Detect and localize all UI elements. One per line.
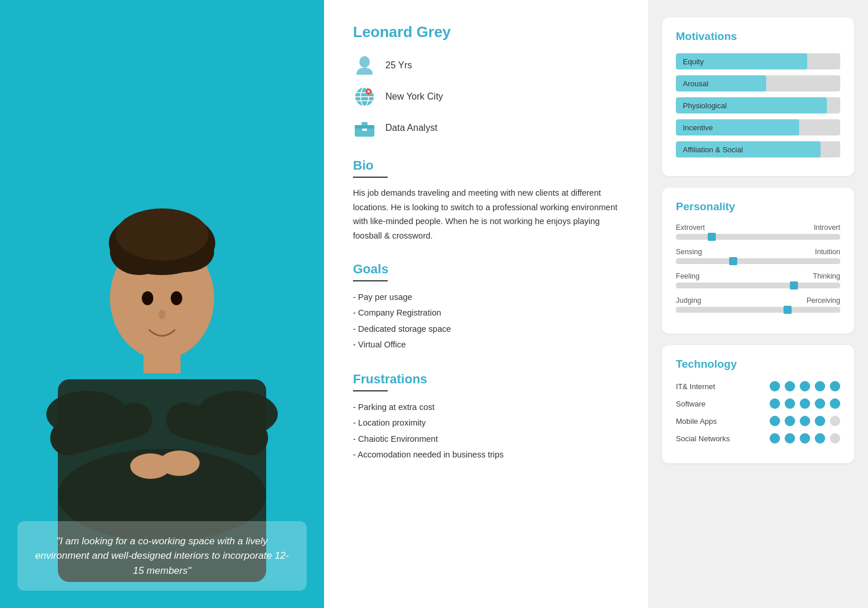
tech-dot	[815, 381, 825, 391]
age-row: 25 Yrs	[353, 54, 619, 77]
svg-point-17	[159, 450, 200, 476]
personality-right-label: Intuition	[815, 248, 840, 256]
tech-label: IT& Internet	[676, 382, 734, 391]
personality-row: Feeling Thinking	[676, 272, 840, 288]
personality-right-label: Introvert	[814, 224, 840, 232]
tech-dot	[770, 433, 780, 444]
tech-row: Mobile Apps	[676, 416, 840, 426]
right-panel: Motivations Equity Arousal Physiological…	[648, 0, 868, 608]
tech-dot	[830, 416, 840, 426]
motivation-label: Incentive	[683, 123, 713, 132]
tech-label: Software	[676, 400, 734, 408]
tech-label: Mobile Apps	[676, 417, 734, 426]
svg-rect-29	[355, 125, 374, 129]
motivations-title: Motivations	[676, 30, 840, 43]
personality-left-label: Feeling	[676, 272, 700, 280]
personality-row: Extrovert Introvert	[676, 224, 840, 240]
motivations-bars: Equity Arousal Physiological Incentive A…	[676, 53, 840, 158]
bio-divider	[353, 177, 388, 178]
goals-list: - Pay per usage- Company Registration- D…	[353, 290, 619, 353]
svg-point-9	[142, 291, 153, 305]
technology-title: Technology	[676, 358, 840, 371]
personality-right-label: Thinking	[813, 272, 840, 280]
tech-dot	[830, 381, 840, 391]
tech-dot	[770, 381, 780, 391]
motivation-bar-row: Incentive	[676, 119, 840, 135]
tech-dot	[785, 433, 795, 444]
tech-dot	[815, 416, 825, 426]
quote-box: "I am looking for a co-working space wit…	[17, 521, 307, 591]
svg-rect-30	[362, 129, 367, 131]
left-panel: "I am looking for a co-working space wit…	[0, 0, 324, 608]
tech-dots	[770, 433, 840, 444]
middle-panel: Leonard Grey 25 Yrs New York	[324, 0, 648, 608]
tech-dots	[770, 398, 840, 409]
personality-rows: Extrovert Introvert Sensing Intuition Fe…	[676, 224, 840, 313]
tech-dot	[800, 381, 810, 391]
tech-dot	[815, 433, 825, 444]
svg-point-11	[159, 310, 165, 319]
person-name: Leonard Grey	[353, 23, 619, 41]
location-icon	[353, 85, 376, 108]
goals-divider	[353, 280, 388, 281]
frustration-item: - Location proximity	[353, 415, 619, 431]
tech-dot	[785, 416, 795, 426]
tech-dot	[800, 433, 810, 444]
age-icon	[353, 54, 376, 77]
bio-text: His job demands traveling and meeting wi…	[353, 186, 619, 243]
tech-row: IT& Internet	[676, 381, 840, 391]
tech-dot	[815, 398, 825, 409]
quote-text: "I am looking for a co-working space wit…	[35, 536, 289, 576]
personality-right-label: Perceiving	[807, 296, 840, 305]
goal-item: - Dedicated storage space	[353, 321, 619, 338]
personality-left-label: Judging	[676, 296, 701, 305]
goals-title: Goals	[353, 262, 619, 277]
tech-row: Software	[676, 398, 840, 409]
tech-dot	[800, 398, 810, 409]
personality-title: Personality	[676, 200, 840, 213]
bio-title: Bio	[353, 158, 619, 173]
motivation-bar-row: Equity	[676, 53, 840, 69]
personality-left-label: Extrovert	[676, 224, 705, 232]
motivation-bar-row: Physiological	[676, 97, 840, 113]
tech-row: Social Networks	[676, 433, 840, 444]
goal-item: - Virtual Office	[353, 337, 619, 353]
tech-label: Social Networks	[676, 434, 734, 443]
frustration-item: - Parking at extra cost	[353, 400, 619, 416]
goal-item: - Company Registration	[353, 305, 619, 321]
personality-row: Sensing Intuition	[676, 248, 840, 264]
goal-item: - Pay per usage	[353, 290, 619, 306]
location-text: New York City	[385, 91, 443, 102]
motivation-label: Arousal	[683, 79, 708, 88]
location-row: New York City	[353, 85, 619, 108]
tech-dot	[830, 398, 840, 409]
motivations-card: Motivations Equity Arousal Physiological…	[662, 17, 854, 176]
tech-dot	[770, 416, 780, 426]
job-row: Data Analyst	[353, 116, 619, 140]
person-illustration	[0, 0, 324, 608]
tech-dot	[770, 398, 780, 409]
personality-row: Judging Perceiving	[676, 296, 840, 313]
frustrations-list: - Parking at extra cost- Location proxim…	[353, 400, 619, 463]
frustrations-divider	[353, 390, 388, 391]
tech-dots	[770, 416, 840, 426]
tech-dots	[770, 381, 840, 391]
svg-point-10	[171, 291, 182, 305]
motivation-label: Equity	[683, 57, 704, 66]
motivation-label: Affiliation & Social	[683, 145, 743, 154]
job-icon	[353, 116, 376, 140]
technology-card: Technology IT& Internet Software Mobile …	[662, 345, 854, 463]
personality-card: Personality Extrovert Introvert Sensing …	[662, 188, 854, 334]
tech-dot	[785, 398, 795, 409]
motivation-label: Physiological	[683, 101, 727, 110]
motivation-bar-row: Arousal	[676, 75, 840, 91]
personality-left-label: Sensing	[676, 248, 702, 256]
technology-rows: IT& Internet Software Mobile Apps Social…	[676, 381, 840, 444]
motivation-bar-row: Affiliation & Social	[676, 141, 840, 158]
svg-point-18	[359, 56, 370, 68]
tech-dot	[800, 416, 810, 426]
svg-point-25	[367, 90, 370, 93]
age-text: 25 Yrs	[385, 60, 412, 71]
frustration-item: - Chaiotic Environment	[353, 431, 619, 448]
tech-dot	[830, 433, 840, 444]
